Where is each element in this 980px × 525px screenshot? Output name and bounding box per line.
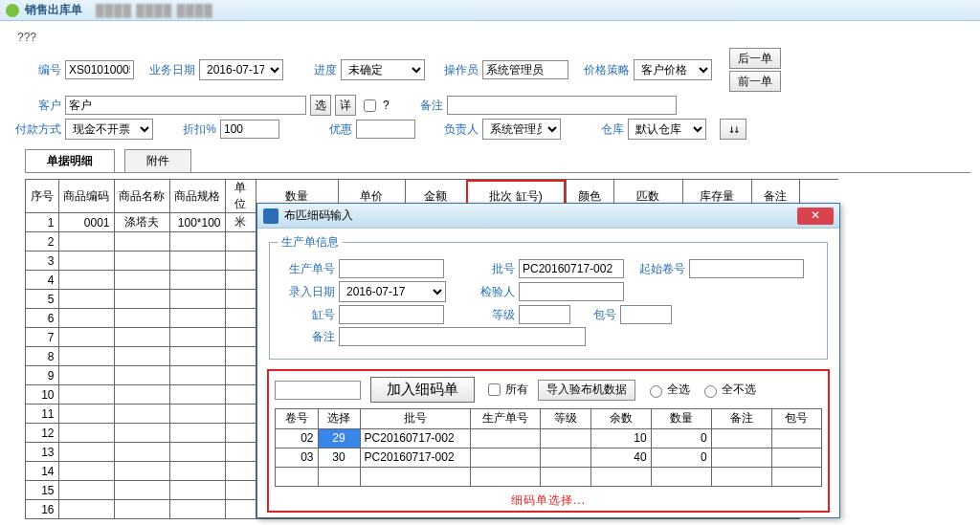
vat-input[interactable]	[339, 305, 444, 324]
prod-no-input[interactable]	[339, 259, 444, 278]
batch-input[interactable]	[519, 259, 624, 278]
price-policy-select[interactable]: 客户价格	[634, 59, 712, 80]
responsible-label: 负责人	[436, 121, 479, 138]
detail-customer-button[interactable]: 详	[335, 95, 356, 116]
remark-input[interactable]	[447, 96, 677, 115]
doc-no-label: 编号	[19, 62, 61, 78]
responsible-select[interactable]: 系统管理员	[482, 119, 561, 140]
titlebar: 销售出库单 ████ ████ ████	[0, 0, 980, 21]
modal-icon	[263, 208, 278, 224]
h-unit: 单位	[225, 180, 256, 213]
modal-titlebar[interactable]: 布匹细码输入 ✕	[257, 204, 839, 229]
pref-label: 优惠	[310, 121, 352, 138]
pay-mode-label: 付款方式	[8, 121, 61, 138]
entry-date-label: 录入日期	[278, 284, 335, 300]
h-spec: 商品规格	[169, 180, 225, 213]
inner-row[interactable]: 0330PC20160717-002400	[276, 448, 822, 467]
prod-info-fieldset: 生产单信息 生产单号 批号 起始卷号 录入日期 2016-07-17 检验人 缸…	[269, 234, 828, 360]
price-policy-label: 价格策略	[572, 62, 630, 78]
vat-label: 缸号	[278, 307, 335, 323]
prod-no-label: 生产单号	[278, 261, 335, 277]
modal-remark-label: 备注	[278, 329, 335, 345]
import-data-button[interactable]: 导入验布机数据	[538, 380, 635, 401]
start-roll-label: 起始卷号	[628, 261, 685, 277]
discount-label: 折扣%	[174, 121, 216, 138]
select-all-radio[interactable]: 全选	[645, 382, 690, 398]
discount-input[interactable]	[220, 120, 279, 139]
entry-date-select[interactable]: 2016-07-17	[339, 281, 446, 302]
pack-input[interactable]	[620, 305, 672, 324]
h-code: 商品编码	[58, 180, 114, 213]
inner-row[interactable]: 0229PC20160717-002100	[276, 428, 822, 448]
progress-label: 进度	[295, 62, 337, 78]
h-idx: 序号	[26, 180, 58, 213]
biz-date-label: 业务日期	[138, 62, 195, 78]
blurred-text: ████ ████ ████	[96, 4, 213, 17]
select-none-radio[interactable]: 全不选	[700, 382, 756, 398]
filter-input[interactable]	[275, 381, 361, 400]
tab-attach[interactable]: 附件	[124, 149, 191, 172]
warehouse-label: 仓库	[582, 121, 624, 138]
pref-input[interactable]	[356, 120, 415, 139]
next-doc-button[interactable]: 后一单	[729, 48, 781, 69]
app-icon	[6, 4, 19, 17]
expand-button[interactable]: ↓↓	[720, 119, 746, 140]
grade-label: 等级	[473, 307, 515, 323]
customer-label: 客户	[19, 98, 61, 114]
tab-detail[interactable]: 单据明细	[25, 149, 115, 172]
operator-label: 操作员	[436, 62, 479, 78]
q2: ?	[383, 98, 390, 112]
annotated-section: 加入细码单 所有 导入验布机数据 全选 全不选 卷号 选择 批号 生产单号	[267, 369, 830, 513]
detail-code-modal: 布匹细码输入 ✕ 生产单信息 生产单号 批号 起始卷号 录入日期 2016-07…	[256, 203, 840, 518]
operator-input[interactable]	[482, 60, 568, 79]
pack-label: 包号	[574, 307, 616, 323]
grade-input[interactable]	[519, 305, 570, 324]
remark-label: 备注	[401, 98, 443, 114]
pick-customer-button[interactable]: 选	[310, 95, 331, 116]
customer-input[interactable]	[65, 96, 306, 115]
window-title: 销售出库单	[25, 2, 82, 18]
prod-info-legend: 生产单信息	[278, 234, 343, 251]
prev-doc-button[interactable]: 前一单	[729, 71, 781, 92]
batch-label: 批号	[473, 261, 515, 277]
close-icon[interactable]: ✕	[797, 208, 834, 225]
add-detail-button[interactable]: 加入细码单	[370, 377, 475, 403]
footer-hint: 细码单选择...	[275, 492, 822, 509]
inspector-label: 检验人	[473, 284, 515, 300]
all-checkbox[interactable]: 所有	[484, 381, 528, 399]
inspector-input[interactable]	[519, 282, 624, 301]
tabs: 单据明细 附件	[25, 149, 970, 173]
warehouse-select[interactable]: 默认仓库	[628, 119, 706, 140]
progress-select[interactable]: 未确定	[341, 59, 425, 80]
inner-header-row: 卷号 选择 批号 生产单号 等级 余数 数量 备注 包号	[276, 409, 822, 428]
unknown-checkbox[interactable]	[364, 99, 376, 112]
biz-date-select[interactable]: 2016-07-17	[199, 59, 283, 80]
pay-mode-select[interactable]: 现金不开票	[65, 119, 153, 140]
doc-no-input[interactable]	[65, 60, 134, 79]
modal-remark-input[interactable]	[339, 327, 586, 346]
inner-row[interactable]	[276, 467, 822, 486]
modal-title-text: 布匹细码输入	[284, 208, 353, 224]
h-name: 商品名称	[114, 180, 169, 213]
question-marks: ???	[17, 31, 963, 44]
start-roll-input[interactable]	[689, 259, 804, 278]
